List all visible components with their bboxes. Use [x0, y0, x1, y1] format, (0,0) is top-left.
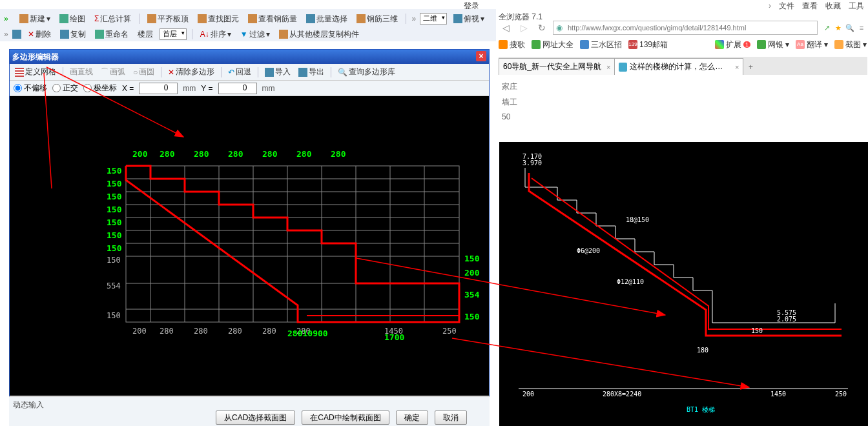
svg-text:280X8=2240: 280X8=2240: [603, 391, 641, 398]
rename-button[interactable]: 重命名: [92, 29, 131, 40]
svg-text:280: 280: [194, 149, 209, 159]
align-button[interactable]: 平齐板顶: [145, 14, 191, 25]
new-button[interactable]: 新建▾: [17, 14, 53, 25]
import-button[interactable]: 导入: [262, 66, 293, 77]
copyfrom-button[interactable]: 从其他楼层复制构件: [276, 29, 362, 40]
draw-arc-button[interactable]: ⌒画弧: [98, 66, 128, 77]
persp-button[interactable]: 俯视▾: [451, 14, 487, 25]
svg-text:280: 280: [228, 149, 243, 159]
sort-button[interactable]: A↓排序▾: [198, 29, 234, 40]
menu-file[interactable]: 文件: [779, 1, 794, 12]
floor-select[interactable]: 首层: [160, 28, 187, 40]
menu-tool[interactable]: 工具: [849, 1, 864, 12]
bookmark-sanshui[interactable]: 三水区招: [580, 39, 622, 50]
page-content-partial: 家庄 墙工 50: [499, 75, 868, 142]
tab-360nav[interactable]: 60导航_新一代安全上网导航 ×: [499, 58, 615, 75]
svg-text:Φ6@200: Φ6@200: [577, 247, 600, 254]
reference-drawing: 7.170 3.970 18@150 Φ6@200 Φ12@110 5.575 …: [499, 142, 868, 426]
svg-text:1450: 1450: [770, 391, 786, 398]
url-input[interactable]: ◉ http://www.fwxgx.com/question/gimq/det…: [553, 21, 818, 35]
bookmark-139mail[interactable]: 139139邮箱: [628, 39, 668, 50]
new-tab-button[interactable]: +: [743, 59, 758, 75]
bookmark-sogou[interactable]: 搜歌: [499, 39, 525, 50]
draw-circle-button[interactable]: ○画圆: [130, 66, 157, 77]
svg-text:2.075: 2.075: [777, 316, 796, 323]
menu-fav[interactable]: 收藏: [825, 1, 841, 12]
menu-icon[interactable]: ≡: [856, 23, 867, 33]
radio-ortho[interactable]: 正交: [52, 83, 78, 94]
close-icon[interactable]: ×: [606, 63, 610, 71]
svg-text:150: 150: [107, 256, 121, 265]
svg-text:150: 150: [107, 218, 122, 227]
find-button[interactable]: 查找图元: [195, 14, 242, 25]
ok-button[interactable]: 确定: [396, 411, 428, 425]
svg-text:280: 280: [331, 149, 346, 159]
y-input[interactable]: 0: [218, 83, 257, 94]
bookmark-bar: 搜歌 网址大全 三水区招 139139邮箱 扩展1 网银▾ Aa翻译▾ 截图▾: [499, 37, 867, 52]
sanshui-icon: [580, 40, 589, 49]
filter-button[interactable]: ▼过滤▾: [238, 29, 273, 40]
draw-button[interactable]: 绘图: [57, 14, 88, 25]
menu-view[interactable]: 查看: [802, 1, 818, 12]
search-icon[interactable]: 🔍: [845, 23, 855, 33]
dialog-footer: 动态输入 从CAD选择截面图 在CAD中绘制截面图 确定 取消: [9, 396, 490, 426]
align-icon: [147, 14, 156, 23]
star-icon[interactable]: ★: [833, 23, 843, 33]
tab-question[interactable]: 这样的楼梯的计算，怎么计算？ ×: [614, 58, 743, 75]
translate-button[interactable]: Aa翻译▾: [796, 39, 828, 50]
rebar3d-icon: [356, 14, 366, 23]
tool-icon[interactable]: [12, 30, 21, 39]
batch-button[interactable]: 批量选择: [304, 14, 350, 25]
forward-button[interactable]: ▷: [517, 21, 531, 35]
batch-icon: [306, 14, 315, 23]
svg-text:150: 150: [751, 327, 763, 334]
calc-button[interactable]: Σ汇总计算: [92, 14, 134, 25]
svg-text:554: 554: [107, 281, 121, 290]
address-bar: ◁ ▷ ↻ ◉ http://www.fwxgx.com/question/gi…: [499, 19, 867, 36]
globe-icon: ◉: [556, 23, 565, 32]
mail-icon: 139: [628, 40, 637, 49]
unit-label: mm: [183, 84, 196, 93]
svg-text:280: 280: [262, 327, 276, 336]
svg-text:200: 200: [464, 268, 480, 278]
undo-button[interactable]: ↶回退: [225, 66, 254, 77]
draw-line-button[interactable]: 画直线: [67, 66, 96, 77]
reload-button[interactable]: ↻: [535, 21, 549, 35]
cad-draw-button[interactable]: 在CAD中绘制截面图: [302, 411, 389, 425]
close-button[interactable]: ×: [476, 51, 486, 61]
svg-text:250: 250: [442, 327, 457, 336]
dialog-coord-bar: 不偏移 正交 极坐标 X = 0 mm Y = 0 mm: [10, 81, 489, 96]
query-button[interactable]: 🔍查询多边形库: [335, 66, 398, 77]
delete-button[interactable]: ✕删除: [25, 29, 54, 40]
rebar-button[interactable]: 查看钢筋量: [245, 14, 300, 25]
screenshot-button[interactable]: 截图▾: [834, 39, 867, 50]
close-icon[interactable]: ×: [735, 63, 739, 71]
view-mode-select[interactable]: 二维: [420, 13, 447, 25]
cancel-button[interactable]: 取消: [435, 411, 467, 425]
clear-button[interactable]: ✕清除多边形: [165, 66, 217, 77]
define-grid-button[interactable]: 定义网格: [12, 66, 59, 77]
bank-button[interactable]: 网银▾: [757, 39, 789, 50]
dialog-titlebar[interactable]: 多边形编辑器 ×: [10, 50, 489, 64]
radio-no-offset[interactable]: 不偏移: [14, 83, 47, 94]
dynamic-input-label: 动态输入: [13, 400, 44, 411]
app-toolbar: » 新建▾ 绘图 Σ汇总计算 平齐板顶 查找图元 查看钢筋量 批量选择 钢筋三维…: [0, 9, 496, 41]
svg-text:200: 200: [132, 327, 147, 336]
bookmark-wzdq[interactable]: 网址大全: [532, 39, 574, 50]
extensions-button[interactable]: 扩展1: [715, 39, 750, 50]
copy-button[interactable]: 复制: [57, 29, 88, 40]
back-button[interactable]: ◁: [499, 21, 513, 35]
export-button[interactable]: 导出: [296, 66, 327, 77]
share-icon[interactable]: ↗: [822, 23, 832, 33]
layer-button[interactable]: 楼层: [135, 29, 156, 40]
dialog-title: 多边形编辑器: [12, 52, 59, 63]
cad-select-button[interactable]: 从CAD选择截面图: [216, 411, 295, 425]
svg-text:280: 280: [194, 327, 208, 336]
polygon-canvas[interactable]: 200 280 280 280 280 280 280 150 150 150 …: [10, 96, 489, 396]
rebar3d-button[interactable]: 钢筋三维: [354, 14, 400, 25]
page-icon: [619, 63, 627, 72]
radio-polar[interactable]: 极坐标: [83, 83, 117, 94]
x-input[interactable]: 0: [139, 83, 178, 94]
svg-text:150: 150: [107, 166, 122, 176]
translate-icon: Aa: [796, 40, 805, 49]
